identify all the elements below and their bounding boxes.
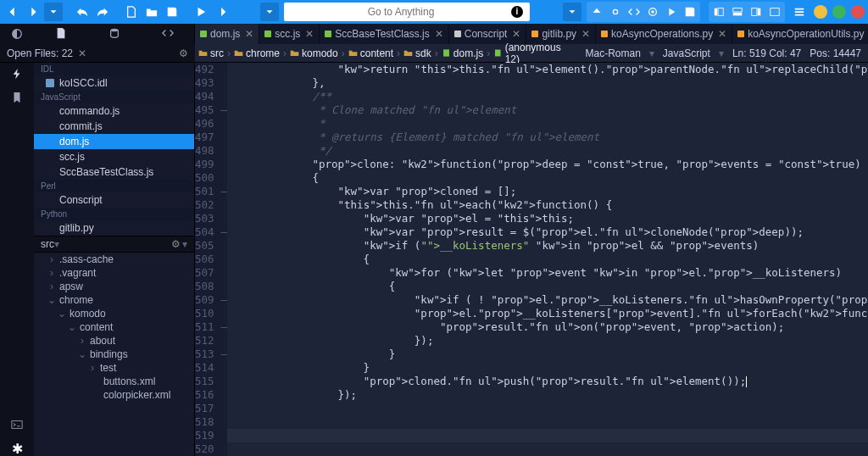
menu-icon[interactable] — [790, 3, 809, 21]
layout-detach-icon[interactable] — [765, 3, 784, 21]
window-maximize-icon[interactable] — [832, 5, 846, 19]
nav-forward-button[interactable] — [24, 3, 42, 21]
open-file-item[interactable]: gitlib.py — [34, 220, 194, 236]
breadcrumb: src›chrome›komodo›content›sdk›dom.js›(an… — [195, 44, 578, 62]
breadcrumb-segment[interactable]: komodo — [290, 47, 338, 59]
tree-item[interactable]: ⌄komodo — [34, 307, 194, 320]
rail-terminal-icon[interactable] — [9, 417, 25, 432]
tree-item[interactable]: ›.sass-cache — [34, 253, 194, 266]
svg-rect-13 — [495, 50, 501, 57]
places-settings-icon[interactable]: ⚙ — [171, 238, 181, 250]
save-button[interactable] — [163, 3, 181, 21]
goto-anything-searchbox[interactable]: i — [284, 3, 530, 21]
debug-step-button[interactable] — [212, 3, 231, 21]
breadcrumb-segment[interactable]: dom.js — [442, 47, 483, 59]
tool-record-icon[interactable] — [643, 3, 662, 21]
svg-rect-14 — [12, 421, 22, 429]
open-files-close-icon[interactable]: ✕ — [78, 47, 86, 59]
layout-bottom-icon[interactable] — [728, 3, 747, 21]
run-target-dropdown[interactable] — [260, 3, 279, 21]
tree-item[interactable]: ›.vagrant — [34, 266, 194, 280]
new-file-button[interactable] — [122, 3, 141, 21]
rail-header-icon — [0, 24, 34, 44]
tree-item[interactable]: colorpicker.xml — [34, 388, 194, 402]
panel-database-icon[interactable] — [108, 27, 120, 42]
run-button[interactable] — [192, 3, 210, 21]
tree-item[interactable]: buttons.xml — [34, 375, 194, 388]
svg-point-11 — [110, 28, 118, 31]
status-bar: Mac-Roman▾ JavaScript▾ Ln: 519 Col: 47 P… — [578, 44, 868, 62]
editor-tab[interactable]: scc.js✕ — [259, 24, 320, 44]
editor-tab[interactable]: dom.js✕ — [195, 24, 259, 44]
tree-item[interactable]: ⌄bindings — [34, 348, 194, 361]
breadcrumb-segment[interactable]: src — [198, 47, 224, 59]
rail-flash-icon[interactable] — [9, 66, 25, 81]
rail-bookmark-icon[interactable] — [9, 90, 25, 105]
tool-play-icon[interactable] — [662, 3, 681, 21]
misc-dropdown[interactable] — [563, 3, 581, 21]
panel-files-icon[interactable] — [55, 27, 67, 42]
file-tree: ›.sass-cache›.vagrant›apsw⌄chrome⌄komodo… — [34, 253, 194, 402]
open-file-item[interactable]: commando.js — [34, 103, 194, 119]
open-files-settings-icon[interactable]: ⚙ — [179, 47, 188, 59]
breadcrumb-segment[interactable]: chrome — [234, 47, 280, 59]
tab-close-icon[interactable]: ✕ — [305, 28, 314, 40]
tool-eye-icon[interactable] — [606, 3, 625, 21]
line-number-gutter: 4924934944954964974984995005015025035045… — [195, 63, 221, 456]
panel-source-icon[interactable] — [162, 27, 174, 42]
language-indicator[interactable]: JavaScript — [663, 47, 710, 59]
svg-rect-3 — [715, 8, 718, 16]
cursor-position: Ln: 519 Col: 47 — [732, 47, 801, 59]
tab-close-icon[interactable]: ✕ — [581, 28, 590, 40]
tree-item[interactable]: ›apsw — [34, 280, 194, 293]
tab-close-icon[interactable]: ✕ — [435, 28, 443, 40]
tab-close-icon[interactable]: ✕ — [245, 28, 253, 40]
open-file-item[interactable]: koISCC.idl — [34, 75, 194, 91]
code-editor[interactable]: 4924934944954964974984995005015025035045… — [195, 63, 868, 456]
open-files-section-header: Perl — [34, 180, 194, 192]
open-file-button[interactable] — [142, 3, 161, 21]
tool-code-icon[interactable] — [625, 3, 643, 21]
layout-icon-group — [709, 2, 785, 22]
tab-close-icon[interactable]: ✕ — [512, 28, 520, 40]
tree-item[interactable]: ›about — [34, 334, 194, 348]
layout-right-icon[interactable] — [747, 3, 765, 21]
editor-tab[interactable]: SccBaseTestClass.js✕ — [320, 24, 448, 44]
main-toolbar: i — [0, 0, 868, 24]
tree-item[interactable]: ⌄content — [34, 320, 194, 334]
open-file-item[interactable]: dom.js — [34, 134, 194, 149]
info-icon[interactable]: i — [511, 6, 523, 18]
tree-item[interactable]: ⌄chrome — [34, 293, 194, 307]
open-file-item[interactable]: Conscript — [34, 192, 194, 208]
open-files-section-header: Python — [34, 208, 194, 220]
svg-rect-9 — [771, 8, 780, 16]
redo-button[interactable] — [93, 3, 112, 21]
breadcrumb-segment[interactable]: sdk — [403, 47, 431, 59]
tool-save-icon[interactable] — [681, 3, 699, 21]
rail-star-icon[interactable]: ✱ — [9, 441, 25, 456]
tree-item[interactable]: ›test — [34, 361, 194, 375]
editor-tab[interactable]: koAsyncOperationUtils.py✕ — [732, 24, 868, 44]
tool-up-icon[interactable] — [587, 3, 606, 21]
window-close-icon[interactable] — [851, 5, 865, 19]
goto-anything-input[interactable] — [291, 6, 511, 18]
nav-history-dropdown[interactable] — [44, 3, 63, 21]
undo-button[interactable] — [73, 3, 92, 21]
open-file-item[interactable]: scc.js — [34, 149, 194, 164]
open-files-section-header: IDL — [34, 63, 194, 75]
window-minimize-icon[interactable] — [814, 5, 827, 19]
open-file-item[interactable]: SccBaseTestClass.js — [34, 164, 194, 180]
svg-rect-6 — [733, 8, 743, 12]
breadcrumb-segment[interactable]: content — [348, 47, 393, 59]
tab-close-icon[interactable]: ✕ — [718, 28, 726, 40]
layout-left-icon[interactable] — [709, 3, 728, 21]
breadcrumb-segment[interactable]: (anonymous 12) — [493, 42, 575, 65]
encoding-indicator[interactable]: Mac-Roman — [585, 47, 640, 59]
fold-gutter[interactable]: —————— — [221, 63, 228, 456]
places-root-label[interactable]: src — [41, 238, 54, 250]
code-area[interactable]: "kw">return "this">this."fn ul">element(… — [227, 63, 868, 456]
editor-tab[interactable]: koAsyncOperations.py✕ — [596, 24, 732, 44]
tool-icon-group — [587, 2, 700, 22]
open-file-item[interactable]: commit.js — [34, 119, 194, 134]
nav-back-button[interactable] — [3, 3, 22, 21]
